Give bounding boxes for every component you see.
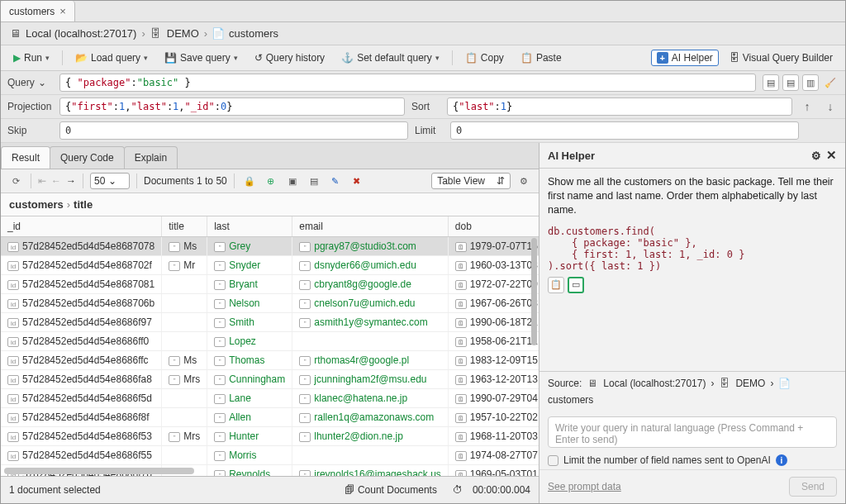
close-icon[interactable]: × [59, 5, 66, 17]
copy-code-icon[interactable]: 📋 [548, 277, 564, 293]
connection-icon: 🖥 [587, 378, 598, 389]
col-email[interactable]: email [292, 216, 449, 237]
table-row[interactable]: id57d28452ed5d4d54e868706b"Nelson"cnelso… [1, 294, 539, 313]
source-collection[interactable]: customers [548, 394, 593, 406]
results-breadcrumb-field[interactable]: title [74, 198, 93, 211]
page-next-icon[interactable]: → [66, 175, 76, 187]
vertical-scrollbar[interactable] [531, 238, 537, 345]
table-row[interactable]: id57d28452ed5d4d54e8686f8f"Allen"rallen1… [1, 408, 539, 427]
view1-icon[interactable]: ▣ [284, 173, 301, 189]
tab-explain[interactable]: Explain [124, 146, 178, 169]
results-breadcrumb-coll[interactable]: customers [9, 198, 64, 211]
run-button[interactable]: ▶Run ▾ [7, 49, 55, 67]
table-row[interactable]: id57d28452ed5d4d54e8687081"Bryant"cbryan… [1, 275, 539, 294]
sort-label: Sort [411, 101, 440, 112]
sort-field[interactable]: {"last": 1} [447, 97, 792, 116]
col-title[interactable]: title [162, 216, 207, 237]
sort-asc-icon[interactable]: ↑ [799, 98, 815, 115]
connection-icon: 🖥 [9, 28, 21, 40]
col-id[interactable]: _id [1, 216, 162, 237]
query-history-button[interactable]: ↺Query history [249, 49, 330, 67]
table-row[interactable]: id57d28452ed5d4d54e868702f"Mr"Snyder"dsn… [1, 256, 539, 275]
add-doc-icon[interactable]: ⊕ [263, 173, 279, 189]
tab-label: customers [9, 6, 55, 17]
results-toolbar: ⟳ ⇤ ← → 50 ⌄ Documents 1 to 50 🔒 ⊕ ▣ ▤ ✎… [1, 169, 539, 193]
query-field[interactable]: { "package" : "basic" } [59, 74, 756, 92]
table-row[interactable]: id57d28452ed5d4d54e8686f53"Mrs"Hunter"lh… [1, 427, 539, 446]
info-icon[interactable]: i [776, 454, 787, 466]
tab-query-code[interactable]: Query Code [50, 146, 125, 169]
projection-field[interactable]: {"first": 1, "last": 1, "_id": 0} [59, 97, 405, 116]
count-documents-button[interactable]: 🗐Count Documents [339, 481, 443, 499]
limit-field[interactable]: 0 [450, 121, 799, 140]
ai-prompt-text: Show me all the customers on the basic p… [548, 175, 837, 217]
query-action-3-icon[interactable]: ▥ [802, 74, 819, 91]
view2-icon[interactable]: ▤ [306, 173, 322, 189]
results-table-wrap[interactable]: _id title last email dob id57d28452ed5d4… [1, 216, 539, 476]
page-first-icon[interactable]: ⇤ [38, 175, 46, 187]
collection-icon: 📄 [212, 28, 224, 40]
tab-result[interactable]: Result [1, 146, 50, 169]
database-icon: 🗄 [719, 378, 730, 389]
selection-status: 1 document selected [9, 484, 101, 496]
source-connection[interactable]: Local (localhost:27017) [603, 378, 706, 389]
database-icon: 🗄 [150, 28, 162, 40]
elapsed-time: 00:00:00.004 [473, 484, 530, 496]
table-row[interactable]: id57d28452ed5d4d54e8686f5d"Lane"klanec@h… [1, 389, 539, 408]
source-label: Source: [548, 378, 582, 389]
status-bar: 1 document selected 🗐Count Documents ⏱ 0… [1, 476, 539, 503]
ai-helper-button[interactable]: +AI Helper [651, 50, 719, 66]
projection-label: Projection [7, 101, 53, 112]
table-row[interactable]: id57d28452ed5d4d54e8686f55"Morris🗓1974-0… [1, 446, 539, 465]
see-prompt-link[interactable]: See prompt data [548, 481, 621, 492]
crumb-collection[interactable]: customers [229, 27, 278, 40]
refresh-icon[interactable]: ⟳ [7, 173, 24, 189]
lock-icon[interactable]: 🔒 [241, 173, 258, 189]
table-row[interactable]: id57d28452ed5d4d54e8687078"Ms"Grey"pgray… [1, 237, 539, 256]
query-action-1-icon[interactable]: ▤ [763, 74, 779, 91]
skip-field[interactable]: 0 [59, 121, 408, 140]
crumb-connection[interactable]: Local (localhost:27017) [26, 27, 136, 40]
limit-fields-checkbox[interactable] [548, 455, 558, 466]
paste-button[interactable]: 📋Paste [515, 49, 568, 67]
results-table: _id title last email dob id57d28452ed5d4… [1, 216, 539, 476]
table-row[interactable]: id57d28452ed5d4d54e8686ffc"Ms"Thomas"rth… [1, 351, 539, 370]
results-breadcrumb: customers›title [1, 193, 539, 216]
visual-query-builder-button[interactable]: 🗄Visual Query Builder [724, 49, 839, 67]
tab-customers[interactable]: customers × [1, 1, 75, 21]
ai-input[interactable]: Write your query in natural language (Pr… [548, 416, 837, 448]
clock-icon: ⏱ [453, 484, 463, 496]
query-label: Query ⌄ [7, 77, 53, 88]
ai-helper-title: AI Helper [548, 150, 595, 162]
main-toolbar: ▶Run ▾ 📂Load query ▾ 💾Save query ▾ ↺Quer… [1, 45, 845, 71]
set-default-query-button[interactable]: ⚓Set default query ▾ [335, 49, 445, 67]
horizontal-scrollbar[interactable] [4, 468, 194, 474]
edit-icon[interactable]: ✎ [327, 173, 344, 189]
delete-icon[interactable]: ✖ [349, 173, 365, 189]
table-row[interactable]: id57d28452ed5d4d54e8686ff0"Lopez🗓1958-06… [1, 332, 539, 351]
page-size-select[interactable]: 50 ⌄ [90, 173, 130, 189]
send-button[interactable]: Send [789, 477, 837, 497]
gear-icon[interactable]: ⚙ [516, 173, 532, 189]
documents-range: Documents 1 to 50 [144, 175, 227, 187]
copy-button[interactable]: 📋Copy [459, 49, 510, 67]
load-query-button[interactable]: 📂Load query ▾ [69, 49, 154, 67]
broom-icon[interactable]: 🧹 [822, 74, 839, 91]
close-panel-icon[interactable]: ✕ [826, 148, 837, 163]
col-last[interactable]: last [207, 216, 292, 237]
source-database[interactable]: DEMO [735, 378, 765, 389]
ai-generated-code: db.customers.find( { package: "basic" },… [548, 226, 837, 272]
save-query-button[interactable]: 💾Save query ▾ [159, 49, 244, 67]
query-action-2-icon[interactable]: ▤ [782, 74, 799, 91]
crumb-database[interactable]: DEMO [167, 27, 199, 40]
result-tabs: Result Query Code Explain [1, 143, 539, 169]
sort-desc-icon[interactable]: ↓ [822, 98, 839, 115]
settings-icon[interactable]: ⚙ [811, 150, 821, 162]
apply-code-icon[interactable]: ▭ [568, 277, 584, 293]
page-prev-icon[interactable]: ← [51, 175, 61, 187]
col-dob[interactable]: dob [448, 216, 539, 237]
table-row[interactable]: id57d28452ed5d4d54e8686fa8"Mrs"Cunningha… [1, 370, 539, 389]
ai-helper-panel: AI Helper ⚙ ✕ Show me all the customers … [539, 143, 845, 503]
view-mode-select[interactable]: Table View⇵ [431, 173, 511, 189]
table-row[interactable]: id57d28452ed5d4d54e8686f97"Smith"asmith1… [1, 313, 539, 332]
